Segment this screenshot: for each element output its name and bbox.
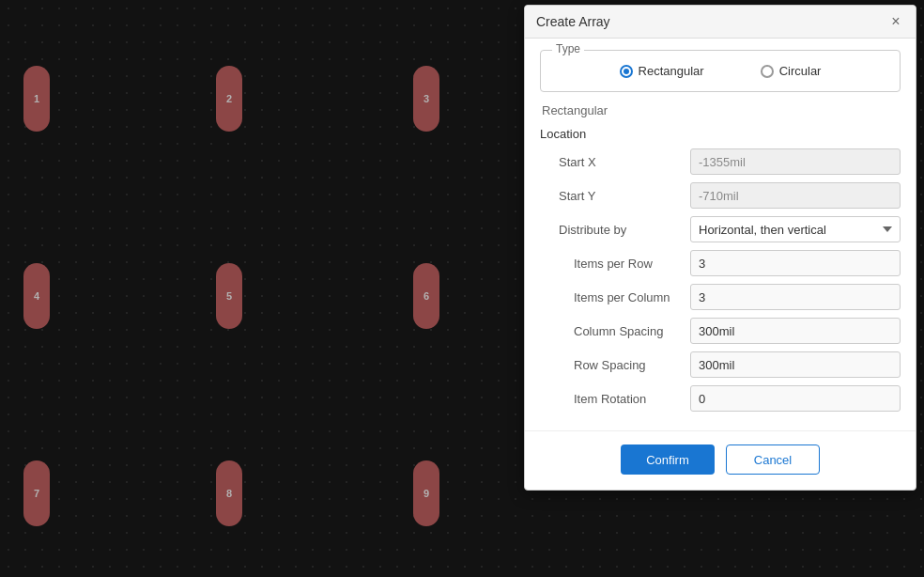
radio-rectangular-circle [620, 65, 633, 78]
dialog-footer: Confirm Cancel [525, 430, 916, 490]
dialog-body: Type Rectangular Circular Rectangular Lo… [525, 39, 916, 430]
rectangular-section: Rectangular Location Start X Start Y Dis… [540, 103, 901, 412]
type-section: Type Rectangular Circular [540, 50, 901, 92]
radio-circular-circle [761, 65, 774, 78]
confirm-button[interactable]: Confirm [621, 444, 715, 475]
col-spacing-row: Column Spacing [540, 318, 901, 344]
item-rotation-label: Item Rotation [540, 392, 690, 406]
item-rotation-row: Item Rotation [540, 385, 901, 412]
type-radio-group: Rectangular Circular [556, 60, 885, 78]
start-x-input[interactable] [690, 148, 901, 175]
cancel-button[interactable]: Cancel [726, 444, 820, 475]
row-spacing-row: Row Spacing [540, 351, 901, 378]
start-x-label: Start X [540, 155, 690, 169]
type-section-label: Type [552, 42, 584, 55]
row-spacing-input[interactable] [690, 351, 901, 378]
dialog-titlebar: Create Array × [525, 6, 916, 39]
items-per-row-input[interactable] [690, 250, 901, 276]
items-per-col-row: Items per Column [540, 284, 901, 310]
distribute-row: Distribute by Horizontal, then vertical … [540, 216, 901, 242]
create-array-dialog: Create Array × Type Rectangular Circular… [524, 5, 916, 491]
dialog-title: Create Array [536, 14, 610, 29]
items-per-row-label: Items per Row [540, 257, 690, 271]
items-per-col-input[interactable] [690, 284, 901, 310]
distribute-label: Distribute by [540, 223, 690, 237]
start-x-row: Start X [540, 148, 901, 175]
start-y-row: Start Y [540, 182, 901, 209]
col-spacing-input[interactable] [690, 318, 901, 344]
items-per-col-label: Items per Column [540, 290, 690, 304]
col-spacing-label: Column Spacing [540, 324, 690, 338]
distribute-select[interactable]: Horizontal, then vertical Vertical, then… [690, 216, 901, 242]
location-label: Location [540, 127, 901, 141]
close-button[interactable]: × [887, 13, 904, 30]
item-rotation-input[interactable] [690, 385, 901, 412]
row-spacing-label: Row Spacing [540, 358, 690, 372]
items-per-row-row: Items per Row [540, 250, 901, 276]
rectangular-section-label: Rectangular [540, 103, 901, 117]
radio-rectangular-label: Rectangular [639, 64, 704, 78]
start-y-input[interactable] [690, 182, 901, 209]
radio-circular[interactable]: Circular [761, 64, 822, 78]
start-y-label: Start Y [540, 189, 690, 203]
radio-circular-label: Circular [779, 64, 822, 78]
radio-rectangular[interactable]: Rectangular [620, 64, 704, 78]
